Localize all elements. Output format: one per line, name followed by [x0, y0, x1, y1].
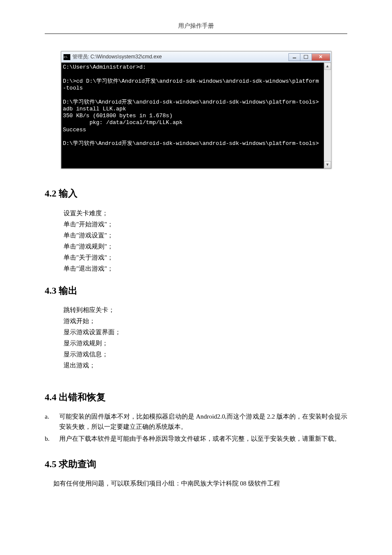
list-marker: b. — [45, 434, 59, 444]
list-text: 可能安装的固件版本不对，比如模拟器启动的是 Android2.0,而这个游戏是 … — [59, 411, 347, 432]
section-43-title: 4.3 输出 — [45, 283, 347, 298]
section-44-title: 4.4 出错和恢复 — [45, 390, 347, 405]
section-44-list: a. 可能安装的固件版本不对，比如模拟器启动的是 Android2.0,而这个游… — [45, 411, 347, 444]
cmd-output: C:\Users\Administrator>d: D:\>cd D:\学习软件… — [61, 63, 324, 168]
list-item: 退出游戏； — [63, 360, 347, 370]
list-item: 跳转到相应关卡； — [63, 305, 347, 315]
maximize-button[interactable] — [300, 53, 312, 61]
list-marker: a. — [45, 411, 59, 432]
list-item: 显示游戏规则； — [63, 338, 347, 348]
list-item: 单击"游戏设置"； — [63, 230, 347, 240]
list-item: a. 可能安装的固件版本不对，比如模拟器启动的是 Android2.0,而这个游… — [45, 411, 347, 432]
cmd-title-text: 管理员: C:\Windows\system32\cmd.exe — [72, 53, 289, 61]
list-item: 显示游戏信息； — [63, 349, 347, 359]
list-item: 设置关卡难度； — [63, 208, 347, 218]
page-header-title: 用户操作手册 — [45, 21, 347, 34]
list-item: 单击"开始游戏"； — [63, 219, 347, 229]
close-button[interactable] — [311, 53, 330, 61]
cmd-app-icon — [63, 54, 70, 60]
section-45-title: 4.5 求助查询 — [45, 457, 347, 471]
minimize-button[interactable] — [288, 53, 300, 61]
section-43-list: 跳转到相应关卡； 游戏开始； 显示游戏设置界面； 显示游戏规则； 显示游戏信息；… — [63, 305, 347, 370]
cmd-titlebar: 管理员: C:\Windows\system32\cmd.exe — [61, 52, 331, 63]
list-item: b. 用户在下载本软件是可能由于各种原因导致文件破坏，或者不完整，以至于安装失败… — [45, 434, 347, 444]
scroll-up-button[interactable]: ▲ — [324, 63, 331, 70]
list-item: 游戏开始； — [63, 316, 347, 326]
scroll-down-button[interactable]: ▼ — [324, 161, 331, 168]
list-text: 用户在下载本软件是可能由于各种原因导致文件破坏，或者不完整，以至于安装失败，请重… — [59, 434, 347, 444]
list-item: 单击"退出游戏"； — [63, 263, 347, 274]
window-buttons — [289, 53, 330, 61]
cmd-body-wrap: C:\Users\Administrator>d: D:\>cd D:\学习软件… — [61, 63, 331, 168]
section-42-title: 4.2 输入 — [45, 186, 347, 201]
cmd-scrollbar[interactable]: ▲ ▼ — [324, 63, 331, 168]
section-45-paragraph: 如有任何使用问题，可以联系我们项目小组：中南民族大学计科院 08 级软件工程 — [45, 478, 347, 489]
list-item: 单击"关于游戏"； — [63, 252, 347, 263]
list-item: 显示游戏设置界面； — [63, 327, 347, 337]
cmd-window: 管理员: C:\Windows\system32\cmd.exe C:\User… — [61, 51, 331, 169]
list-item: 单击"游戏规则"； — [63, 241, 347, 251]
section-42-list: 设置关卡难度； 单击"开始游戏"； 单击"游戏设置"； 单击"游戏规则"； 单击… — [63, 208, 347, 274]
